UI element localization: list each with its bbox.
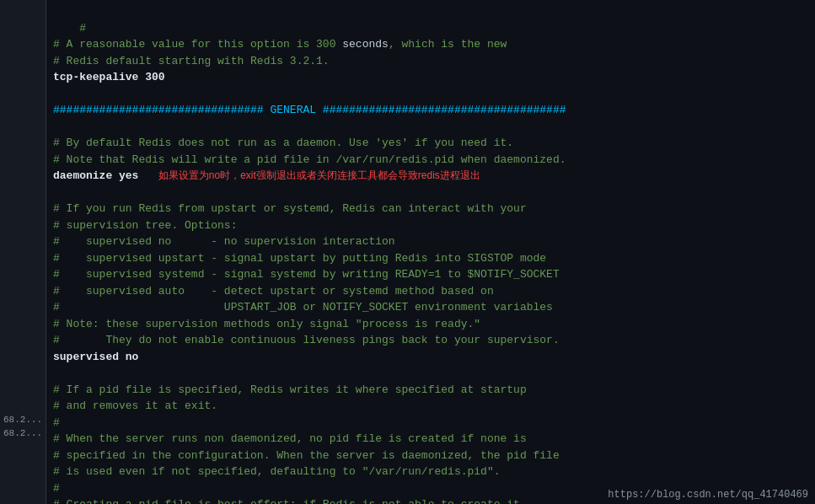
line-23: # If a pid file is specified, Redis writ…: [53, 383, 527, 396]
line-20: # They do not enable continuous liveness…: [53, 334, 560, 346]
line-14: # supervised no - no supervision interac…: [53, 235, 395, 248]
line-7: [53, 121, 60, 133]
line-10: daemonize yes 如果设置为no时，exit强制退出或者关闭连接工具都…: [53, 169, 480, 182]
line-29: #: [53, 482, 60, 495]
line-25: #: [53, 416, 60, 429]
line-18: # UPSTART_JOB or NOTIFY_SOCKET environme…: [53, 301, 553, 314]
line-11: [53, 186, 60, 199]
line-28: # is used even if not specified, default…: [53, 465, 501, 478]
line-16: # supervised systemd - signal systemd by…: [53, 268, 560, 281]
line-27: # specified in the configuration. When t…: [53, 449, 560, 462]
line-1: #: [79, 22, 86, 35]
code-editor: # # A reasonable value for this option i…: [53, 3, 808, 504]
line-13: # supervision tree. Options:: [53, 219, 237, 232]
line-21: supervised no: [53, 351, 138, 363]
line-26: # When the server runs non daemonized, n…: [53, 432, 527, 445]
line-22: [53, 367, 60, 379]
line-9: # Note that Redis will write a pid file …: [53, 153, 566, 166]
line-2: # A reasonable value for this option is …: [53, 38, 507, 51]
line-17: # supervised auto - detect upstart or sy…: [53, 285, 494, 298]
line-24: # and removes it at exit.: [53, 399, 217, 412]
line-3: # Redis default starting with Redis 3.2.…: [53, 55, 330, 67]
sidebar: 68.2... 68.2...: [0, 0, 46, 504]
annotation-daemonize: 如果设置为no时，exit强制退出或者关闭连接工具都会导致redis进程退出: [158, 169, 480, 181]
line-30: # Creating a pid file is best effort: if…: [53, 498, 520, 504]
line-15: # supervised upstart - signal upstart by…: [53, 252, 546, 265]
url-footer: https://blog.csdn.net/qq_41740469: [608, 489, 808, 501]
main-content: # # A reasonable value for this option i…: [46, 0, 815, 504]
sidebar-item-1[interactable]: 68.2...: [0, 413, 46, 426]
line-19: # Note: these supervision methods only s…: [53, 318, 480, 330]
sidebar-item-2[interactable]: 68.2...: [0, 426, 46, 440]
line-12: # If you run Redis from upstart or syste…: [53, 202, 527, 215]
line-4: tcp-keepalive 300: [53, 71, 165, 83]
line-5: [53, 88, 60, 100]
line-6: ################################ GENERAL…: [53, 104, 566, 116]
line-8: # By default Redis does not run as a dae…: [53, 137, 513, 149]
